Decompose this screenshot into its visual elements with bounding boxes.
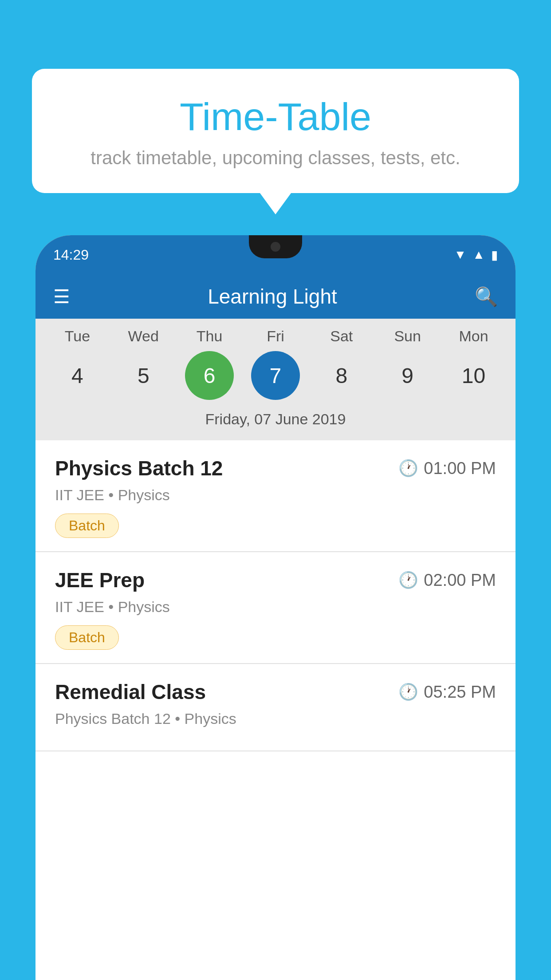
schedule-item-2[interactable]: JEE Prep 🕐 02:00 PM IIT JEE • Physics Ba… bbox=[35, 552, 516, 664]
phone-frame: 14:29 ▼ ▲ ▮ ☰ Learning Light 🔍 Tue Wed T… bbox=[35, 235, 516, 980]
status-bar: 14:29 ▼ ▲ ▮ bbox=[35, 235, 516, 274]
class-title-1: Physics Batch 12 bbox=[55, 456, 223, 480]
day-8[interactable]: 8 bbox=[317, 351, 366, 400]
calendar-strip: Tue Wed Thu Fri Sat Sun Mon 4 5 6 7 8 9 … bbox=[35, 319, 516, 440]
day-5[interactable]: 5 bbox=[119, 351, 168, 400]
schedule-list: Physics Batch 12 🕐 01:00 PM IIT JEE • Ph… bbox=[35, 440, 516, 751]
selected-date-label: Friday, 07 June 2019 bbox=[35, 407, 516, 436]
schedule-item-1[interactable]: Physics Batch 12 🕐 01:00 PM IIT JEE • Ph… bbox=[35, 440, 516, 552]
schedule-item-3[interactable]: Remedial Class 🕐 05:25 PM Physics Batch … bbox=[35, 664, 516, 751]
class-time-2: 🕐 02:00 PM bbox=[398, 571, 496, 590]
phone-inner: 14:29 ▼ ▲ ▮ ☰ Learning Light 🔍 Tue Wed T… bbox=[35, 235, 516, 980]
schedule-item-3-header: Remedial Class 🕐 05:25 PM bbox=[55, 680, 496, 704]
class-title-3: Remedial Class bbox=[55, 680, 206, 704]
class-meta-2: IIT JEE • Physics bbox=[55, 598, 496, 616]
speech-bubble-title: Time-Table bbox=[54, 95, 497, 138]
day-header-sun: Sun bbox=[383, 328, 432, 345]
app-title: Learning Light bbox=[83, 285, 461, 308]
clock-icon-2: 🕐 bbox=[398, 571, 418, 589]
day-4[interactable]: 4 bbox=[53, 351, 102, 400]
signal-icon: ▲ bbox=[472, 248, 485, 262]
class-time-1: 🕐 01:00 PM bbox=[398, 459, 496, 478]
day-header-sat: Sat bbox=[317, 328, 366, 345]
clock-icon-1: 🕐 bbox=[398, 459, 418, 478]
day-header-tue: Tue bbox=[53, 328, 102, 345]
class-meta-3: Physics Batch 12 • Physics bbox=[55, 710, 496, 727]
day-headers: Tue Wed Thu Fri Sat Sun Mon bbox=[35, 328, 516, 345]
schedule-item-1-header: Physics Batch 12 🕐 01:00 PM bbox=[55, 456, 496, 480]
day-6-today[interactable]: 6 bbox=[185, 351, 234, 400]
day-header-thu: Thu bbox=[185, 328, 234, 345]
batch-badge-2: Batch bbox=[55, 625, 119, 650]
class-time-3: 🕐 05:25 PM bbox=[398, 683, 496, 702]
day-header-fri: Fri bbox=[251, 328, 300, 345]
day-numbers: 4 5 6 7 8 9 10 bbox=[35, 351, 516, 400]
day-7-selected[interactable]: 7 bbox=[251, 351, 300, 400]
class-title-2: JEE Prep bbox=[55, 568, 145, 592]
battery-icon: ▮ bbox=[491, 248, 498, 262]
day-header-wed: Wed bbox=[119, 328, 168, 345]
hamburger-icon[interactable]: ☰ bbox=[53, 286, 70, 308]
speech-bubble: Time-Table track timetable, upcoming cla… bbox=[32, 69, 519, 193]
status-icons: ▼ ▲ ▮ bbox=[454, 248, 498, 262]
app-header: ☰ Learning Light 🔍 bbox=[35, 274, 516, 319]
speech-bubble-subtitle: track timetable, upcoming classes, tests… bbox=[54, 147, 497, 169]
clock-icon-3: 🕐 bbox=[398, 683, 418, 701]
class-time-value-1: 01:00 PM bbox=[424, 459, 496, 478]
search-icon[interactable]: 🔍 bbox=[475, 286, 498, 308]
camera bbox=[271, 242, 280, 252]
class-time-value-2: 02:00 PM bbox=[424, 571, 496, 590]
day-header-mon: Mon bbox=[449, 328, 498, 345]
class-time-value-3: 05:25 PM bbox=[424, 683, 496, 702]
batch-badge-1: Batch bbox=[55, 514, 119, 538]
schedule-item-2-header: JEE Prep 🕐 02:00 PM bbox=[55, 568, 496, 592]
day-9[interactable]: 9 bbox=[383, 351, 432, 400]
wifi-icon: ▼ bbox=[454, 248, 467, 262]
notch bbox=[249, 235, 302, 258]
class-meta-1: IIT JEE • Physics bbox=[55, 486, 496, 504]
day-10[interactable]: 10 bbox=[449, 351, 498, 400]
status-time: 14:29 bbox=[53, 247, 89, 263]
